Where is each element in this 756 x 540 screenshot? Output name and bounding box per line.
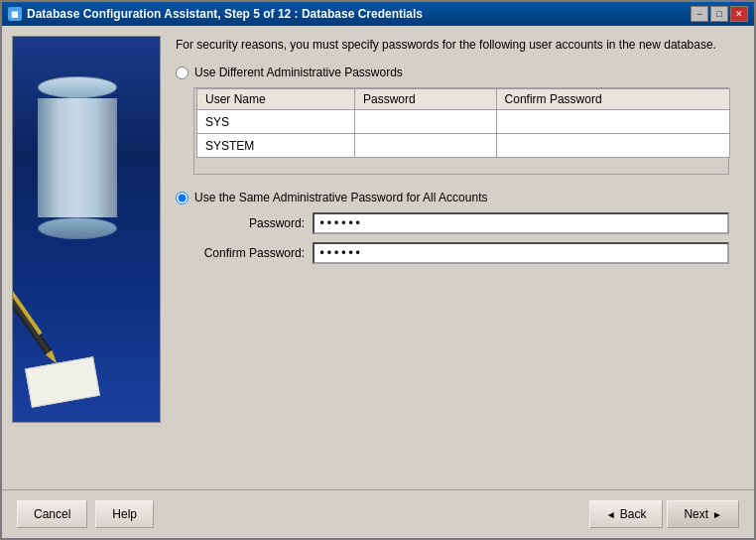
app-icon: ▦ xyxy=(8,7,22,21)
cylinder-body xyxy=(38,98,117,217)
back-label: Back xyxy=(620,507,647,521)
database-graphic xyxy=(33,76,122,239)
next-label: Next xyxy=(684,507,708,521)
title-bar-left: ▦ Database Configuration Assistant, Step… xyxy=(8,7,423,21)
system-password xyxy=(354,134,496,158)
content-area: For security reasons, you must specify p… xyxy=(161,36,744,479)
sys-confirm xyxy=(496,110,729,134)
col-confirm: Confirm Password xyxy=(496,89,729,110)
credentials-table: User Name Password Confirm Password SYS xyxy=(196,88,730,158)
radio-same-input[interactable] xyxy=(176,192,189,204)
radio-different-label: Use Different Administrative Passwords xyxy=(194,66,403,79)
confirm-password-row: Confirm Password: xyxy=(193,242,729,264)
back-arrow: ◄ xyxy=(606,509,616,520)
password-input[interactable] xyxy=(313,212,729,234)
bottom-bar: Cancel Help ◄ Back Next ► xyxy=(2,489,754,538)
main-window: ▦ Database Configuration Assistant, Step… xyxy=(0,0,756,540)
back-button[interactable]: ◄ Back xyxy=(589,500,664,528)
password-section: Password: Confirm Password: xyxy=(193,212,729,264)
description-text: For security reasons, you must specify p… xyxy=(176,36,729,54)
next-button[interactable]: Next ► xyxy=(667,500,739,528)
radio-different-option[interactable]: Use Different Administrative Passwords xyxy=(176,66,729,79)
maximize-button[interactable]: □ xyxy=(710,6,728,22)
window-body: For security reasons, you must specify p… xyxy=(2,26,754,538)
col-username: User Name xyxy=(197,89,355,110)
main-content: For security reasons, you must specify p… xyxy=(2,26,754,489)
pen-body xyxy=(12,269,52,355)
cylinder-top xyxy=(38,76,117,98)
radio-same-label: Use the Same Administrative Password for… xyxy=(194,191,487,204)
radio-same-option[interactable]: Use the Same Administrative Password for… xyxy=(176,191,729,204)
system-confirm xyxy=(496,134,729,158)
password-label: Password: xyxy=(193,216,313,230)
close-button[interactable]: ✕ xyxy=(730,6,748,22)
pen-graphic xyxy=(12,269,61,367)
password-row: Password: xyxy=(193,212,729,234)
system-username: SYSTEM xyxy=(197,134,355,158)
cancel-button[interactable]: Cancel xyxy=(17,500,87,528)
sidebar-image xyxy=(12,36,161,423)
sys-password xyxy=(354,110,496,134)
help-button[interactable]: Help xyxy=(95,500,154,528)
col-password: Password xyxy=(354,89,496,110)
radio-different-input[interactable] xyxy=(176,67,189,79)
cylinder-bottom xyxy=(38,217,117,239)
credentials-table-wrapper: User Name Password Confirm Password SYS xyxy=(193,87,729,175)
left-buttons: Cancel Help xyxy=(17,500,154,528)
table-row: SYSTEM xyxy=(197,134,730,158)
confirm-password-label: Confirm Password: xyxy=(193,246,313,260)
sys-username: SYS xyxy=(197,110,355,134)
table-row: SYS xyxy=(197,110,730,134)
confirm-password-input[interactable] xyxy=(313,242,729,264)
window-controls: − □ ✕ xyxy=(691,6,748,22)
minimize-button[interactable]: − xyxy=(691,6,708,22)
title-bar: ▦ Database Configuration Assistant, Step… xyxy=(2,2,754,26)
paper-graphic xyxy=(25,356,100,408)
window-title: Database Configuration Assistant, Step 5… xyxy=(27,7,423,21)
right-buttons: ◄ Back Next ► xyxy=(589,500,739,528)
next-arrow: ► xyxy=(712,509,722,520)
